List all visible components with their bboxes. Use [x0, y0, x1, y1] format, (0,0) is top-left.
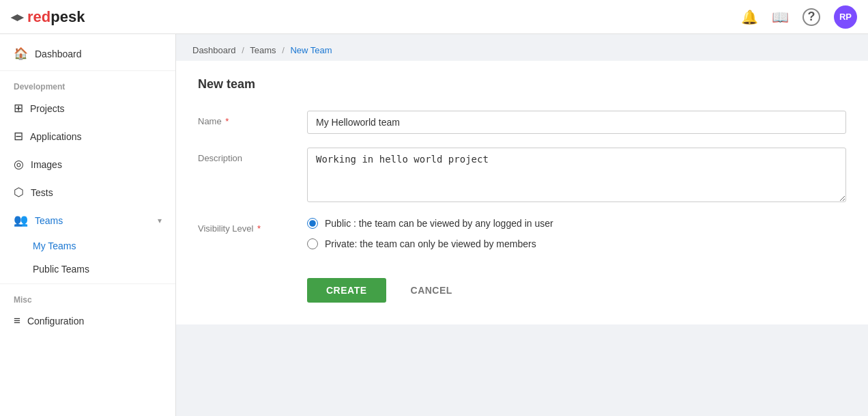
- sidebar-item-teams[interactable]: 👥 Teams ▾: [0, 206, 175, 234]
- visibility-required: *: [255, 223, 261, 234]
- bell-icon[interactable]: 🔔: [741, 9, 758, 25]
- sidebar-item-images-label: Images: [31, 159, 62, 170]
- form-row-visibility: Visibility Level * Public : the team can…: [198, 218, 846, 259]
- visibility-label: Visibility Level *: [198, 218, 307, 234]
- sidebar: 🏠 Dashboard Development ⊞ Projects ⊟ App…: [0, 34, 176, 416]
- teams-icon: 👥: [14, 213, 28, 227]
- sidebar-item-tests-label: Tests: [31, 187, 53, 198]
- sidebar-item-projects-label: Projects: [30, 103, 65, 114]
- chevron-down-icon: ▾: [158, 216, 162, 225]
- sidebar-item-applications-label: Applications: [30, 131, 82, 142]
- name-field: [307, 111, 846, 134]
- logo-arrows-icon: ◂▸: [11, 10, 23, 25]
- name-label: Name *: [198, 111, 307, 126]
- book-icon[interactable]: 📖: [772, 9, 789, 25]
- radio-public-option: Public : the team can be viewed by any l…: [307, 218, 846, 229]
- breadcrumb-sep1: /: [242, 45, 244, 55]
- breadcrumb-sep2: /: [282, 45, 285, 55]
- sidebar-item-applications[interactable]: ⊟ Applications: [0, 122, 175, 150]
- section-development: Development: [0, 74, 175, 94]
- breadcrumb-teams: Teams: [250, 45, 276, 55]
- form-title: New team: [198, 77, 846, 92]
- form-card: New team Name * Description Working in h…: [176, 61, 868, 324]
- sidebar-item-configuration-label: Configuration: [27, 316, 84, 327]
- logo-red: red: [27, 8, 50, 25]
- form-row-name: Name *: [198, 111, 846, 134]
- breadcrumb-dashboard: Dashboard: [192, 45, 236, 55]
- navbar-icons: 🔔 📖 ? RP: [741, 5, 857, 29]
- sidebar-subitem-my-teams[interactable]: My Teams: [0, 234, 175, 258]
- radio-private-label: Private: the team can only be viewed by …: [325, 238, 536, 249]
- help-icon[interactable]: ?: [802, 8, 820, 26]
- section-misc: Misc: [0, 287, 175, 307]
- avatar[interactable]: RP: [834, 5, 857, 29]
- form-row-description: Description Working in hello world proje…: [198, 148, 846, 204]
- tests-icon: ⬡: [14, 185, 24, 199]
- logo-text: redpesk: [27, 8, 85, 26]
- navbar: ◂▸ redpesk 🔔 📖 ? RP: [0, 0, 868, 34]
- radio-private[interactable]: [307, 238, 318, 249]
- config-icon: ≡: [14, 314, 20, 328]
- grid-icon: ⊞: [14, 101, 23, 115]
- sidebar-item-dashboard-label: Dashboard: [35, 48, 82, 59]
- cancel-button[interactable]: CANCEL: [397, 278, 466, 303]
- sidebar-item-dashboard[interactable]: 🏠 Dashboard: [0, 40, 175, 68]
- sidebar-item-projects[interactable]: ⊞ Projects: [0, 94, 175, 122]
- description-field: Working in hello world project: [307, 148, 846, 204]
- sidebar-item-images[interactable]: ◎ Images: [0, 150, 175, 178]
- radio-private-option: Private: the team can only be viewed by …: [307, 238, 846, 249]
- divider2: [0, 283, 175, 284]
- breadcrumb-new-team: New Team: [290, 45, 332, 55]
- sidebar-item-tests[interactable]: ⬡ Tests: [0, 178, 175, 206]
- home-icon: 🏠: [14, 46, 28, 61]
- description-textarea[interactable]: Working in hello world project: [307, 148, 846, 202]
- visibility-field: Public : the team can be viewed by any l…: [307, 218, 846, 259]
- sidebar-subitem-my-teams-label: My Teams: [33, 240, 76, 251]
- sidebar-subitem-public-teams-label: Public Teams: [33, 264, 89, 275]
- images-icon: ◎: [14, 157, 24, 171]
- apps-icon: ⊟: [14, 129, 23, 143]
- radio-public[interactable]: [307, 218, 318, 229]
- description-label: Description: [198, 148, 307, 163]
- logo: ◂▸ redpesk: [11, 8, 85, 26]
- create-button[interactable]: CREATE: [307, 278, 386, 303]
- sidebar-item-configuration[interactable]: ≡ Configuration: [0, 307, 175, 335]
- breadcrumb: Dashboard / Teams / New Team: [176, 34, 868, 61]
- button-row: CREATE CANCEL: [198, 278, 846, 303]
- sidebar-item-teams-label: Teams: [35, 215, 63, 226]
- sidebar-subitem-public-teams[interactable]: Public Teams: [0, 258, 175, 281]
- logo-dark: pesk: [50, 8, 85, 25]
- name-input[interactable]: [307, 111, 846, 134]
- radio-public-label: Public : the team can be viewed by any l…: [325, 218, 553, 229]
- content-area: Dashboard / Teams / New Team New team Na…: [176, 34, 868, 416]
- name-required: *: [223, 116, 229, 126]
- divider: [0, 70, 175, 71]
